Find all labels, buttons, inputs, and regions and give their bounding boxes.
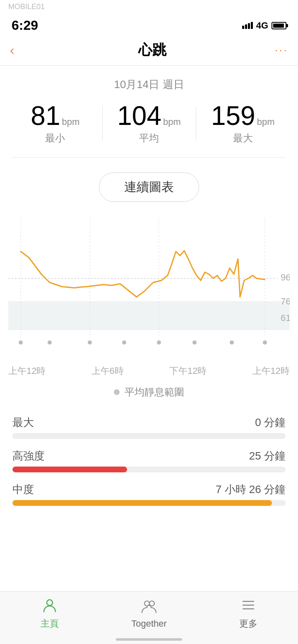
tab-together-label: Together: [131, 618, 167, 629]
zone-name-0: 最大: [12, 415, 34, 430]
bpm-min-unit: bpm: [62, 117, 80, 127]
svg-text:76: 76: [281, 296, 290, 306]
zone-row-high: 高強度 25 分鐘: [12, 449, 286, 472]
legend-dot-icon: [114, 389, 120, 395]
svg-point-11: [88, 340, 92, 345]
zone-bar-fill-2: [12, 500, 272, 506]
bpm-min-value: 81: [31, 101, 60, 131]
zone-name-2: 中度: [12, 482, 34, 497]
zone-time-2: 7 小時 26 分鐘: [216, 482, 286, 497]
bpm-max-unit: bpm: [257, 117, 275, 127]
bpm-max-label: 最大: [196, 132, 290, 145]
zone-row-max: 最大 0 分鐘: [12, 415, 286, 439]
tab-home-label: 主頁: [41, 618, 59, 630]
tab-more-icon: [240, 597, 256, 615]
time-axis: 上午12時 上午6時 下午12時 上午12時: [0, 361, 298, 377]
page-title: 心跳: [138, 41, 166, 60]
status-bar: 6:29 4G: [0, 13, 298, 36]
battery-icon: [272, 22, 286, 29]
bpm-avg-label: 平均: [102, 132, 196, 145]
chart-svg: 96 76 61: [8, 214, 290, 355]
tab-more[interactable]: 更多: [199, 597, 298, 630]
tab-more-label: 更多: [239, 618, 257, 630]
bpm-avg: 104bpm 平均: [102, 103, 196, 145]
signal-icon: [242, 22, 253, 29]
bpm-max: 159bpm 最大: [196, 103, 290, 145]
zone-bar-bg-0: [12, 433, 286, 439]
svg-point-16: [263, 340, 267, 345]
svg-point-13: [157, 340, 161, 345]
network-label: 4G: [256, 20, 268, 31]
tab-together[interactable]: Together: [99, 598, 199, 629]
svg-text:96: 96: [281, 272, 290, 282]
zone-time-1: 25 分鐘: [249, 449, 286, 463]
bpm-avg-value: 104: [117, 101, 161, 131]
more-button[interactable]: ···: [275, 43, 288, 57]
svg-point-14: [192, 340, 197, 345]
bpm-min: 81bpm 最小: [8, 103, 102, 145]
status-icons: 4G: [242, 20, 286, 31]
chart-toggle-section: 連續圖表: [0, 158, 298, 214]
zone-bar-fill-1: [12, 467, 127, 472]
chart-toggle-button[interactable]: 連續圖表: [99, 172, 199, 202]
bpm-avg-unit: bpm: [163, 117, 181, 127]
zone-bar-bg-1: [12, 467, 286, 472]
date-label: 10月14日 週日: [0, 66, 298, 98]
time-label-1: 上午6時: [91, 365, 124, 377]
time-label-3: 上午12時: [252, 365, 290, 377]
svg-point-15: [230, 340, 234, 345]
status-time: 6:29: [12, 18, 38, 33]
tab-home[interactable]: 主頁: [0, 597, 99, 630]
legend-label: 平均靜息範圍: [125, 385, 184, 399]
svg-point-9: [19, 340, 23, 345]
tab-together-icon: [141, 598, 157, 616]
zones-section: 最大 0 分鐘 高強度 25 分鐘 中度 7 小時 26 分鐘: [0, 411, 298, 524]
svg-point-10: [48, 340, 52, 345]
mobile-logo: MOBILE01: [8, 2, 45, 11]
time-label-0: 上午12時: [8, 365, 46, 377]
zone-time-0: 0 分鐘: [255, 415, 286, 430]
time-label-2: 下午12時: [169, 365, 207, 377]
zone-name-1: 高強度: [12, 449, 45, 463]
heart-rate-chart: 96 76 61: [0, 214, 298, 361]
home-indicator: [116, 638, 182, 641]
mobile-top-bar: MOBILE01: [0, 0, 298, 13]
bpm-min-label: 最小: [8, 132, 102, 145]
svg-point-17: [47, 600, 53, 606]
chart-legend: 平均靜息範圍: [0, 377, 298, 411]
tab-home-icon: [42, 597, 58, 615]
svg-point-12: [122, 340, 126, 345]
svg-rect-0: [8, 301, 290, 330]
back-button[interactable]: ‹: [10, 43, 30, 58]
tab-bar: 主頁 Together 更多: [0, 591, 298, 644]
nav-header: ‹ 心跳 ···: [0, 36, 298, 66]
svg-text:61: 61: [281, 313, 290, 323]
bpm-max-value: 159: [211, 101, 255, 131]
zone-row-moderate: 中度 7 小時 26 分鐘: [12, 482, 286, 506]
zone-bar-bg-2: [12, 500, 286, 506]
bpm-stats: 81bpm 最小 104bpm 平均 159bpm 最大: [0, 98, 298, 157]
